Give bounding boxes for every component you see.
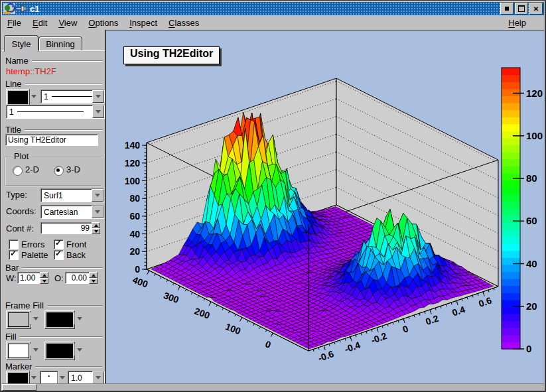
marker-section-header: Marker: [5, 362, 102, 371]
radio-2d[interactable]: [13, 166, 23, 176]
menu-help: Help: [508, 18, 537, 28]
close-button[interactable]: ✕: [529, 3, 543, 15]
svg-text:140: 140: [125, 140, 141, 151]
bar-width-spinner[interactable]: [40, 272, 48, 284]
fill-pattern-dropdown[interactable]: [74, 344, 84, 356]
name-section-header: Name: [5, 56, 102, 65]
bar-offset-label: O:: [54, 273, 64, 283]
chevron-down-icon: [96, 376, 101, 379]
front-label: Front: [66, 239, 86, 249]
svg-text:0.4: 0.4: [450, 304, 466, 318]
menu-file[interactable]: File: [7, 18, 21, 28]
coords-combo[interactable]: Cartesian: [40, 205, 104, 219]
contour-input[interactable]: [40, 222, 92, 234]
maximize-button[interactable]: [515, 3, 528, 15]
svg-text:60: 60: [526, 215, 537, 226]
fill-section-header: Fill: [5, 332, 102, 341]
radio-2d-label: 2-D: [25, 164, 39, 174]
line-style-glyph: [52, 96, 92, 97]
fill-color-dropdown[interactable]: [31, 344, 40, 356]
svg-text:100: 100: [526, 130, 543, 141]
tab-style-label: Style: [12, 39, 31, 49]
pin-icon[interactable]: [17, 3, 27, 14]
fill-pattern-swatch[interactable]: [44, 342, 75, 360]
bar-width-label: W:: [6, 273, 17, 283]
root-canvas-window: c1 ✕ FileEditViewOptionsInspectClasses H…: [0, 0, 546, 392]
canvas-c1[interactable]: 020406080100120140-0.6-0.4-0.200.20.40.6…: [105, 30, 544, 384]
tab-binning[interactable]: Binning: [38, 36, 82, 51]
tab-style[interactable]: Style: [4, 35, 38, 52]
svg-text:-0.2: -0.2: [370, 330, 388, 346]
title-bar[interactable]: c1 ✕: [2, 2, 544, 15]
chevron-down-icon: [77, 348, 82, 352]
bar-offset-spinner[interactable]: [89, 272, 98, 284]
bar-offset-input[interactable]: [65, 272, 90, 284]
line-color-dropdown[interactable]: [29, 90, 38, 102]
bar-width-input[interactable]: [17, 272, 40, 284]
back-checkbox[interactable]: [54, 250, 64, 260]
fill-color-swatch[interactable]: [6, 342, 31, 360]
svg-text:100: 100: [224, 321, 243, 336]
plot-groupbox: Plot 2-D 3-D: [5, 156, 102, 186]
marker-style-button[interactable]: ·: [40, 371, 58, 384]
th2-editor-panel: Style Binning Name htemp::TH2F Line 1: [2, 30, 105, 384]
contour-label: Cont #:: [6, 224, 34, 233]
svg-text:100: 100: [125, 176, 141, 186]
type-combo[interactable]: Surf1: [40, 188, 104, 202]
radio-3d-label: 3-D: [66, 164, 80, 174]
svg-text:120: 120: [125, 158, 141, 168]
chevron-down-icon: [31, 376, 36, 379]
menu-view[interactable]: View: [58, 18, 77, 28]
menu-help[interactable]: Help: [508, 18, 526, 28]
svg-text:0: 0: [264, 338, 273, 350]
radio-3d[interactable]: [54, 166, 64, 176]
svg-text:400: 400: [131, 275, 150, 290]
front-checkbox[interactable]: [54, 239, 64, 249]
marker-style-dropdown[interactable]: [57, 372, 67, 383]
contour-spinner[interactable]: [92, 222, 100, 234]
svg-text:0: 0: [135, 264, 140, 275]
svg-text:40: 40: [526, 258, 537, 269]
chevron-down-icon: [77, 317, 82, 320]
arrow-down-icon: [42, 280, 46, 283]
svg-text:60: 60: [129, 211, 140, 222]
menu-inspect[interactable]: Inspect: [129, 18, 157, 28]
svg-text:0.2: 0.2: [424, 313, 440, 328]
menu-options[interactable]: Options: [88, 18, 118, 28]
scrollbar-thumb[interactable]: [2, 384, 36, 391]
frame-fill-pattern-swatch[interactable]: [44, 310, 75, 329]
line-width-combo[interactable]: 1: [6, 105, 105, 119]
title-input[interactable]: [5, 134, 98, 146]
line-color-swatch[interactable]: [6, 89, 30, 106]
bar-section-header: Bar: [5, 263, 102, 272]
horizontal-scrollbar[interactable]: [2, 383, 544, 390]
arrow-down-icon: [92, 280, 96, 283]
chevron-down-icon: [31, 95, 36, 98]
svg-text:40: 40: [129, 229, 140, 239]
marker-size-combo[interactable]: 1.0: [68, 371, 105, 385]
menu-classes[interactable]: Classes: [169, 18, 199, 28]
minimize-button[interactable]: [500, 3, 513, 15]
menu-edit[interactable]: Edit: [33, 18, 47, 28]
svg-text:200: 200: [193, 306, 212, 321]
errors-checkbox[interactable]: [9, 239, 19, 249]
menu-bar: FileEditViewOptionsInspectClasses Help: [2, 15, 544, 30]
palette-checkbox[interactable]: [9, 250, 19, 260]
coords-label: Coords:: [6, 206, 36, 216]
surf1-3d-plot[interactable]: 020406080100120140-0.6-0.4-0.200.20.40.6…: [106, 31, 546, 386]
palette-bar[interactable]: 020406080100120: [502, 68, 543, 354]
line-width-glyph: [17, 111, 84, 112]
svg-text:20: 20: [129, 246, 140, 257]
frame-fill-color-swatch[interactable]: [6, 310, 31, 329]
root-app-icon: [3, 3, 15, 14]
arrow-up-icon: [42, 274, 46, 277]
menu-items: FileEditViewOptionsInspectClasses: [7, 18, 210, 28]
marker-color-dropdown[interactable]: [29, 372, 38, 383]
svg-text:20: 20: [526, 300, 537, 312]
histogram-title-box[interactable]: Using TH2Editor: [123, 46, 220, 64]
chevron-down-icon: [96, 95, 101, 98]
line-style-combo[interactable]: 1: [40, 90, 105, 103]
chevron-down-icon: [96, 110, 101, 113]
frame-fill-color-dropdown[interactable]: [31, 312, 40, 324]
frame-fill-pattern-dropdown[interactable]: [74, 312, 84, 324]
